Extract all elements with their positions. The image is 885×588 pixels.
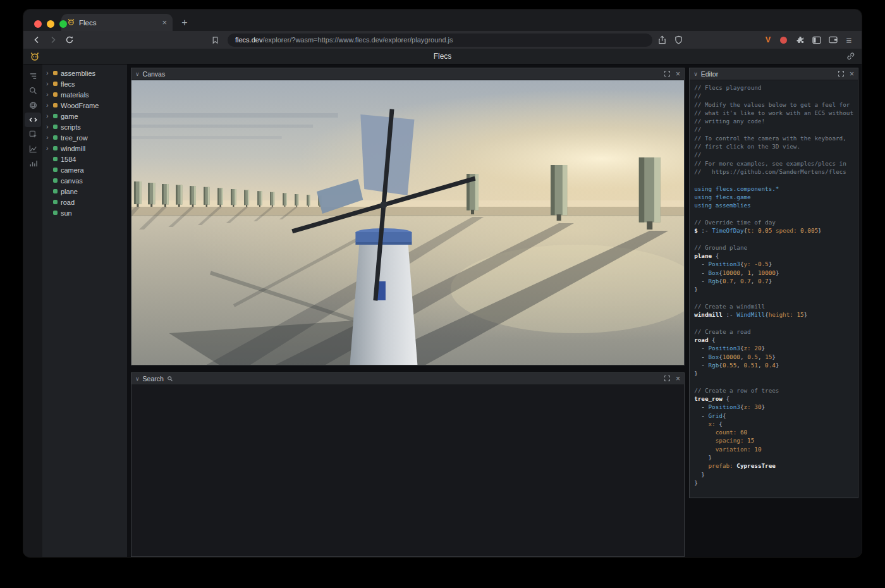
tree-item-label: 1584 (61, 156, 76, 163)
tree-item-materials[interactable]: ›materials (42, 89, 127, 100)
tree-item-windmill[interactable]: ›windmill (42, 143, 127, 154)
tree-item-label: assemblies (61, 70, 95, 77)
chevron-down-icon[interactable]: ∨ (693, 71, 698, 77)
search-panel-header: ∨ Search × (131, 373, 684, 385)
tab-close-icon[interactable]: × (162, 18, 167, 27)
module-square-icon (53, 92, 58, 97)
browser-toolbar: flecs.dev/explorer/?wasm=https://www.fle… (23, 31, 862, 49)
tree-item-flecs[interactable]: ›flecs (42, 78, 127, 89)
tree-item-camera[interactable]: camera (42, 164, 127, 175)
chevron-right-icon[interactable]: › (46, 80, 52, 87)
inspector-icon[interactable] (25, 127, 41, 142)
chevron-right-icon[interactable]: › (46, 91, 52, 98)
browser-tab[interactable]: Flecs × (61, 14, 173, 31)
tree-item-1584[interactable]: 1584 (42, 154, 127, 164)
search-icon (167, 376, 173, 382)
entity-square-icon (53, 135, 58, 140)
stats-icon[interactable] (25, 156, 41, 171)
reload-button[interactable] (63, 34, 76, 47)
forward-button[interactable] (46, 34, 59, 47)
tree-item-label: camera (61, 166, 84, 174)
sidebar-toggle-icon[interactable] (810, 34, 823, 47)
tree-item-canvas[interactable]: canvas (42, 175, 127, 186)
tree-item-label: canvas (61, 177, 83, 185)
extension-red-icon[interactable] (777, 34, 790, 47)
page-title: Flecs (23, 52, 862, 61)
zoom-window-button[interactable] (59, 20, 67, 28)
entity-square-icon (53, 211, 58, 215)
tab-title: Flecs (79, 19, 96, 27)
entity-square-icon (53, 125, 58, 129)
module-square-icon (53, 71, 58, 75)
share-link-icon[interactable] (846, 51, 855, 61)
3d-scene[interactable] (131, 80, 684, 365)
canvas-panel-title: Canvas (143, 70, 166, 78)
tree-item-WoodFrame[interactable]: ›WoodFrame (42, 100, 127, 111)
tree-item-sun[interactable]: sun (42, 207, 127, 218)
window-controls (34, 20, 67, 28)
tree-item-plane[interactable]: plane (42, 186, 127, 197)
canvas-panel-header: ∨ Canvas × (131, 68, 684, 80)
menu-icon[interactable]: ≡ (843, 34, 855, 47)
entity-square-icon (53, 114, 58, 118)
entity-square-icon (53, 189, 58, 193)
module-square-icon (53, 103, 58, 107)
tab-strip: Flecs × + (23, 9, 862, 31)
tree-item-label: game (61, 113, 78, 120)
close-icon[interactable]: × (676, 70, 680, 78)
flecs-favicon-icon (67, 18, 75, 27)
tree-item-label: sun (61, 209, 72, 217)
search-panel: ∨ Search × (131, 372, 685, 557)
close-icon[interactable]: × (676, 375, 680, 383)
close-window-button[interactable] (34, 20, 42, 28)
tree-item-label: plane (61, 188, 78, 195)
page-content: ›assemblies›flecs›materials›WoodFrame›ga… (23, 64, 862, 557)
tree-item-label: WoodFrame (61, 102, 99, 109)
share-icon[interactable] (656, 34, 669, 47)
expand-icon[interactable] (664, 373, 671, 384)
editor-column: ∨ Editor × // Flecs playground//// Modif… (689, 64, 862, 557)
extension-v-icon[interactable]: V (762, 35, 774, 44)
tree-item-scripts[interactable]: ›scripts (42, 121, 127, 132)
hierarchy-icon[interactable] (25, 69, 41, 83)
chevron-right-icon[interactable]: › (46, 134, 52, 141)
tool-sidebar (23, 64, 42, 557)
new-tab-button[interactable]: + (176, 14, 193, 31)
bookmark-icon[interactable] (209, 34, 222, 47)
search-icon[interactable] (25, 83, 41, 98)
tree-item-label: road (61, 199, 75, 206)
browser-window: Flecs × + flecs.dev/explorer/?wasm=https… (23, 9, 862, 557)
tree-item-assemblies[interactable]: ›assemblies (42, 68, 127, 78)
wallet-icon[interactable] (826, 34, 839, 47)
extensions-puzzle-icon[interactable] (793, 34, 807, 47)
tree-item-tree_row[interactable]: ›tree_row (42, 132, 127, 143)
url-bar[interactable]: flecs.dev/explorer/?wasm=https://www.fle… (228, 34, 652, 47)
sphere-icon[interactable] (25, 98, 41, 113)
tree-item-road[interactable]: road (42, 197, 127, 207)
chevron-right-icon[interactable]: › (46, 145, 52, 152)
entity-tree: ›assemblies›flecs›materials›WoodFrame›ga… (42, 64, 127, 557)
chevron-down-icon[interactable]: ∨ (135, 376, 140, 382)
entity-square-icon (53, 200, 58, 204)
expand-icon[interactable] (664, 68, 671, 80)
tree-item-game[interactable]: ›game (42, 111, 127, 121)
expand-icon[interactable] (838, 68, 845, 80)
close-icon[interactable]: × (850, 70, 854, 78)
code-icon[interactable] (25, 113, 41, 127)
canvas-panel: ∨ Canvas × (131, 68, 685, 365)
shield-icon[interactable] (672, 34, 685, 47)
back-button[interactable] (30, 34, 43, 47)
chart-icon[interactable] (25, 142, 41, 156)
minimize-window-button[interactable] (47, 20, 54, 28)
tree-item-label: materials (61, 91, 89, 99)
chevron-right-icon[interactable]: › (46, 113, 52, 119)
editor-panel: ∨ Editor × // Flecs playground//// Modif… (689, 68, 858, 498)
chevron-right-icon[interactable]: › (46, 70, 52, 77)
search-results-area (131, 385, 684, 556)
url-path: /explorer/?wasm=https://www.flecs.dev/ex… (262, 36, 453, 44)
tree-item-label: flecs (61, 80, 75, 88)
chevron-down-icon[interactable]: ∨ (135, 71, 140, 77)
chevron-right-icon[interactable]: › (46, 123, 52, 130)
chevron-right-icon[interactable]: › (46, 102, 52, 109)
editor-code[interactable]: // Flecs playground//// Modify the value… (690, 80, 858, 498)
